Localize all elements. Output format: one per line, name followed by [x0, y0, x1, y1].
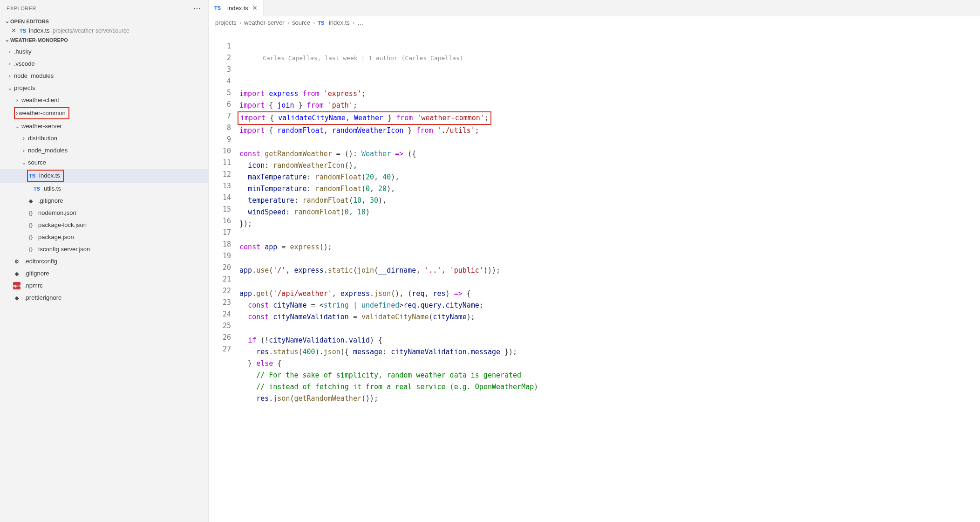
code-line[interactable]: // instead of fetching it from a real se… — [239, 381, 971, 393]
code-line[interactable]: const cityName = <string | undefined>req… — [239, 300, 971, 311]
folder-distribution[interactable]: ›distribution — [0, 132, 208, 144]
code-line[interactable]: app.get('/api/weather', express.json(), … — [239, 288, 971, 300]
file-index.ts[interactable]: TSindex.ts — [0, 169, 208, 183]
line-number: 25 — [223, 320, 231, 332]
open-editor-item[interactable]: ✕ TS index.ts projects/weather-server/so… — [0, 26, 208, 35]
breadcrumb-item[interactable]: projects — [215, 19, 237, 26]
chevron-right-icon: › — [239, 19, 241, 26]
folder-.husky[interactable]: ›.husky — [0, 46, 208, 58]
diamond-icon: ◆ — [13, 294, 20, 302]
breadcrumb-item[interactable]: TS index.ts — [318, 19, 349, 26]
code-line[interactable]: res.json(getRandomWeather()); — [239, 393, 971, 405]
line-number: 18 — [223, 239, 231, 250]
chevron-right-icon: › — [20, 145, 27, 156]
folder-projects[interactable]: ⌄projects — [0, 82, 208, 94]
code-line[interactable]: const cityNameValidation = validateCityN… — [239, 311, 971, 323]
code-line[interactable]: const app = express(); — [239, 241, 971, 253]
chevron-down-icon: ⌄ — [7, 83, 13, 93]
code-line[interactable]: if (!cityNameValidation.valid) { — [239, 335, 971, 346]
tree-label: package-lock.json — [37, 220, 87, 230]
code-line[interactable]: import { join } from 'path'; — [239, 100, 971, 111]
file-package-lock.json[interactable]: {}package-lock.json — [0, 219, 208, 231]
line-number: 19 — [223, 250, 231, 262]
file-tsconfig.server.json[interactable]: {}tsconfig.server.json — [0, 243, 208, 255]
file-.gitignore[interactable]: ◆.gitignore — [0, 195, 208, 207]
line-number: 13 — [223, 180, 231, 192]
file-utils.ts[interactable]: TSutils.ts — [0, 183, 208, 195]
code-line[interactable] — [239, 137, 971, 148]
editor-tab[interactable]: TS index.ts ✕ — [209, 0, 264, 16]
code-line[interactable]: icon: randomWeatherIcon(), — [239, 160, 971, 172]
chevron-down-icon: ⌄ — [20, 158, 27, 168]
line-number: 27 — [223, 343, 231, 355]
close-icon[interactable]: ✕ — [11, 27, 20, 34]
folder-weather-server[interactable]: ⌄weather-server — [0, 120, 208, 132]
tree-label: projects — [13, 83, 35, 93]
npm-icon: npm — [13, 282, 20, 289]
chevron-right-icon: › — [7, 71, 13, 81]
sidebar: EXPLORER ⋯ ⌄ OPEN EDITORS ✕ TS index.ts … — [0, 0, 209, 522]
open-editor-path: projects/weather-server/source — [53, 27, 129, 34]
code-line[interactable]: maxTemperature: randomFloat(20, 40), — [239, 172, 971, 183]
code-lines[interactable]: Carles Capellas, last week | 1 author (C… — [239, 29, 980, 522]
breadcrumb-item[interactable]: … — [357, 19, 363, 26]
code-line[interactable]: res.status(400).json({ message: cityName… — [239, 346, 971, 358]
breadcrumb-item[interactable]: source — [292, 19, 310, 26]
workspace-header[interactable]: ⌄ WEATHER-MONOREPO — [0, 35, 208, 45]
file-nodemon.json[interactable]: {}nodemon.json — [0, 207, 208, 219]
chevron-down-icon: ⌄ — [4, 18, 10, 24]
tree-label: .npmrc — [23, 281, 43, 291]
file-tree: ›.husky›.vscode›node_modules⌄projects›we… — [0, 45, 208, 304]
code-line[interactable]: // For the sake of simplicity, random we… — [239, 370, 971, 381]
tab-filename: index.ts — [227, 5, 248, 12]
code-line[interactable] — [239, 230, 971, 241]
code-line[interactable]: app.use('/', express.static(join(__dirna… — [239, 265, 971, 276]
file-.npmrc[interactable]: npm.npmrc — [0, 280, 208, 292]
code-line[interactable]: } else { — [239, 358, 971, 370]
line-number: 3 — [223, 64, 231, 76]
folder-source[interactable]: ⌄source — [0, 157, 208, 169]
file-.editorconfig[interactable]: ⚙.editorconfig — [0, 255, 208, 268]
code-line[interactable] — [239, 253, 971, 265]
line-number: 21 — [223, 274, 231, 285]
workspace-label: WEATHER-MONOREPO — [10, 37, 68, 43]
folder-node_modules[interactable]: ›node_modules — [0, 70, 208, 82]
line-number: 7 — [223, 110, 231, 122]
tree-label: distribution — [27, 133, 57, 144]
file-.prettierignore[interactable]: ◆.prettierignore — [0, 292, 208, 304]
chevron-right-icon: › — [287, 19, 289, 26]
tree-label: .editorconfig — [23, 256, 57, 267]
close-icon[interactable]: ✕ — [252, 4, 258, 12]
file-package.json[interactable]: {}package.json — [0, 231, 208, 243]
code-line[interactable]: windSpeed: randomFloat(0, 10) — [239, 206, 971, 218]
code-line[interactable] — [239, 276, 971, 288]
tree-label: weather-common — [18, 110, 65, 117]
ts-icon: TS — [29, 173, 35, 179]
json-icon: {} — [27, 209, 34, 217]
code-line[interactable]: import { validateCityName, Weather } fro… — [239, 111, 971, 125]
line-number: 1 — [223, 41, 231, 52]
folder-node_modules[interactable]: ›node_modules — [0, 144, 208, 157]
code-line[interactable]: minTemperature: randomFloat(0, 20), — [239, 183, 971, 195]
open-editors-header[interactable]: ⌄ OPEN EDITORS — [0, 16, 208, 26]
breadcrumb-item[interactable]: weather-server — [244, 19, 285, 26]
code-line[interactable]: }); — [239, 218, 971, 230]
line-number: 10 — [223, 145, 231, 157]
tab-bar: TS index.ts ✕ — [209, 0, 980, 16]
breadcrumbs[interactable]: projects›weather-server›source›TS index.… — [209, 16, 980, 29]
more-icon[interactable]: ⋯ — [193, 4, 202, 13]
code-area[interactable]: 1234567891011121314151617181920212223242… — [209, 29, 980, 522]
ts-icon: TS — [318, 20, 324, 26]
code-line[interactable]: temperature: randomFloat(10, 30), — [239, 195, 971, 206]
code-line[interactable]: const getRandomWeather = (): Weather => … — [239, 148, 971, 160]
folder-weather-common[interactable]: ›weather-common — [0, 106, 208, 120]
line-number-gutter: 1234567891011121314151617181920212223242… — [209, 29, 239, 522]
file-.gitignore[interactable]: ◆.gitignore — [0, 268, 208, 280]
code-line[interactable]: import express from 'express'; — [239, 88, 971, 100]
diamond-icon: ◆ — [27, 197, 34, 205]
code-line[interactable] — [239, 323, 971, 335]
folder-.vscode[interactable]: ›.vscode — [0, 58, 208, 70]
code-line[interactable]: import { randomFloat, randomWeatherIcon … — [239, 125, 971, 137]
chevron-down-icon: ⌄ — [14, 121, 20, 131]
folder-weather-client[interactable]: ›weather-client — [0, 94, 208, 106]
